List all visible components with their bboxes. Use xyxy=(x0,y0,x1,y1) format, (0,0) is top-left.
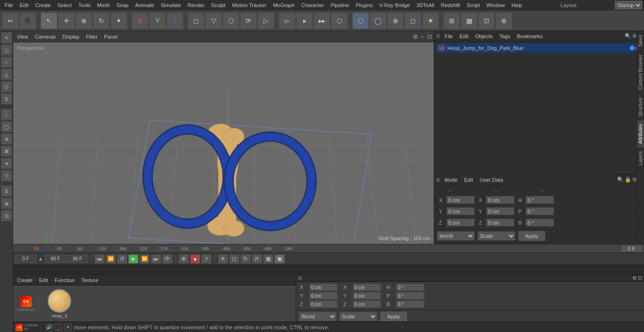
rotate-tool-btn[interactable]: ↻ xyxy=(93,12,110,29)
coord-fullscreen-icon[interactable]: ⊡ xyxy=(638,275,642,281)
prev-frame-btn[interactable]: ⏪ xyxy=(106,254,116,264)
render-view-btn[interactable]: ▻ xyxy=(279,12,296,29)
visibility-dot-blue[interactable] xyxy=(630,46,635,50)
play-btn[interactable]: ▶ xyxy=(128,254,139,264)
material-edit-menu[interactable]: Edit xyxy=(37,277,50,283)
x-axis-btn[interactable]: X xyxy=(132,12,149,29)
x-rot-input[interactable] xyxy=(486,196,514,204)
h-input[interactable] xyxy=(526,196,554,204)
menu-window[interactable]: Window xyxy=(484,1,508,9)
tool-point[interactable]: △ xyxy=(1,69,12,80)
material-thumb[interactable] xyxy=(48,289,71,313)
tab-content-browser[interactable]: Content Browser xyxy=(637,51,644,93)
tool-s[interactable]: S xyxy=(1,93,12,105)
objects-tags-menu[interactable]: Tags xyxy=(497,33,512,39)
speaker-icon[interactable]: 🔊 xyxy=(45,324,53,331)
tool-star[interactable]: ✦ xyxy=(1,158,12,169)
viewport-panel-menu[interactable]: Panel xyxy=(102,34,119,40)
viewport-canvas[interactable]: X Y Z Perspective Grid Spacing : 100 cm xyxy=(13,42,434,244)
timeline-track[interactable] xyxy=(13,265,644,275)
render-active-btn[interactable]: ▸ xyxy=(296,12,313,29)
ry-input[interactable] xyxy=(353,292,381,300)
tool-stamp[interactable]: ⊡ xyxy=(1,210,12,221)
close-btn[interactable]: ✕ xyxy=(64,324,72,331)
undo-btn[interactable]: ↩ xyxy=(2,12,19,29)
light-btn[interactable]: ☀ xyxy=(422,12,439,29)
tool-paint[interactable]: S xyxy=(1,186,12,197)
menu-redshift[interactable]: Redshift xyxy=(438,1,462,9)
record-btn[interactable]: ⊕ xyxy=(495,12,512,29)
menu-edit[interactable]: Edit xyxy=(17,1,32,9)
menu-plugins[interactable]: Plugins xyxy=(353,1,375,9)
menu-animate[interactable]: Animate xyxy=(132,1,157,9)
menu-tools[interactable]: Tools xyxy=(75,1,93,9)
goto-end-btn[interactable]: ⏭ xyxy=(151,254,161,264)
grid-playback-btn[interactable]: ▦ xyxy=(263,254,273,264)
scale-tool-btn[interactable]: ⊕ xyxy=(75,12,92,29)
key-btn[interactable]: ⊕ xyxy=(179,254,189,264)
layout-select[interactable]: Startup xyxy=(615,1,642,9)
p-input[interactable] xyxy=(526,207,554,215)
tab-takes[interactable]: Takes xyxy=(637,31,644,51)
edge-mode-btn[interactable]: ⬡ xyxy=(223,12,239,29)
scale-playback-btn[interactable]: ◻ xyxy=(229,254,239,264)
z-pos-input[interactable] xyxy=(446,219,475,227)
next-frame-btn[interactable]: ⏩ xyxy=(140,254,150,264)
menu-render[interactable]: Render xyxy=(185,1,207,9)
tab-layers[interactable]: Layers xyxy=(637,147,644,169)
sphere-btn[interactable]: ◯ xyxy=(370,12,387,29)
workplane-btn[interactable]: ⊡ xyxy=(478,12,495,29)
y-axis-btn[interactable]: Y xyxy=(149,12,166,29)
tab-attributes[interactable]: Attributes xyxy=(637,120,644,147)
poly-mode-btn[interactable]: ▽ xyxy=(205,12,222,29)
tool-poly[interactable]: ◻ xyxy=(1,44,12,56)
loop2-btn[interactable]: ⟳ xyxy=(162,254,173,264)
menu-sculpt[interactable]: Sculpt xyxy=(208,1,229,9)
objects-edit-menu[interactable]: Edit xyxy=(458,33,471,39)
viewport-nav-icon[interactable]: ↔ xyxy=(420,33,425,40)
redo-btn[interactable]: ⬛ xyxy=(19,12,36,29)
scale-select[interactable]: Scale xyxy=(478,231,515,241)
tool-plus[interactable]: ⊕ xyxy=(1,133,12,145)
tool-circle[interactable]: ◯ xyxy=(1,121,12,132)
b-input[interactable] xyxy=(526,219,554,227)
viewport-filter-menu[interactable]: Filter xyxy=(84,34,99,40)
frame-input[interactable]: 0 F xyxy=(621,245,642,252)
move-tool-btn[interactable]: ✛ xyxy=(58,12,75,29)
menu-help[interactable]: Help xyxy=(509,1,525,9)
material-texture-menu[interactable]: Texture xyxy=(79,277,100,283)
viewport-display-menu[interactable]: Display xyxy=(60,34,81,40)
viewport-fullscreen-icon[interactable]: ⊡ xyxy=(427,33,432,40)
anim-render-btn[interactable]: ⬡ xyxy=(331,12,348,29)
point-mode-btn[interactable]: ⟳ xyxy=(240,12,257,29)
menu-file[interactable]: File xyxy=(2,1,16,9)
cube-btn[interactable]: ⬡ xyxy=(352,12,369,29)
frame-end2-input[interactable] xyxy=(67,255,88,263)
scale-dropdown[interactable]: Scale xyxy=(339,312,377,321)
attrs-mode-menu[interactable]: Mode xyxy=(443,177,460,183)
y-pos-input[interactable] xyxy=(446,207,475,215)
apply-btn[interactable]: Apply xyxy=(380,311,407,322)
grid-btn[interactable]: ▦ xyxy=(461,12,478,29)
prefs-btn[interactable]: P xyxy=(252,254,262,264)
py-input[interactable] xyxy=(309,292,338,300)
minimize-btn[interactable]: _ xyxy=(55,324,62,331)
objects-objects-menu[interactable]: Objects xyxy=(473,33,495,39)
attrs-lock-icon[interactable]: 🔒 xyxy=(625,177,631,183)
tool-brush[interactable]: ⊕ xyxy=(1,198,12,209)
tool-cmd[interactable]: ⌘ xyxy=(1,146,12,157)
tool-edge[interactable]: ○ xyxy=(1,57,12,68)
rx-input[interactable] xyxy=(353,283,381,291)
b-row-input[interactable] xyxy=(396,300,424,308)
select-tool-btn[interactable]: ↖ xyxy=(41,12,58,29)
auto-btn[interactable]: ● xyxy=(190,254,200,264)
viewport-cameras-menu[interactable]: Cameras xyxy=(33,34,58,40)
menu-pipeline[interactable]: Pipeline xyxy=(328,1,352,9)
tool-model[interactable]: ↖ xyxy=(1,32,12,43)
h-row-input[interactable] xyxy=(396,283,424,291)
rz-input[interactable] xyxy=(353,300,381,308)
menu-simulate[interactable]: Simulate xyxy=(158,1,184,9)
tab-structure[interactable]: Structure xyxy=(637,94,644,121)
snap-btn[interactable]: ⊞ xyxy=(443,12,460,29)
attrs-edit-menu[interactable]: Edit xyxy=(462,177,475,183)
